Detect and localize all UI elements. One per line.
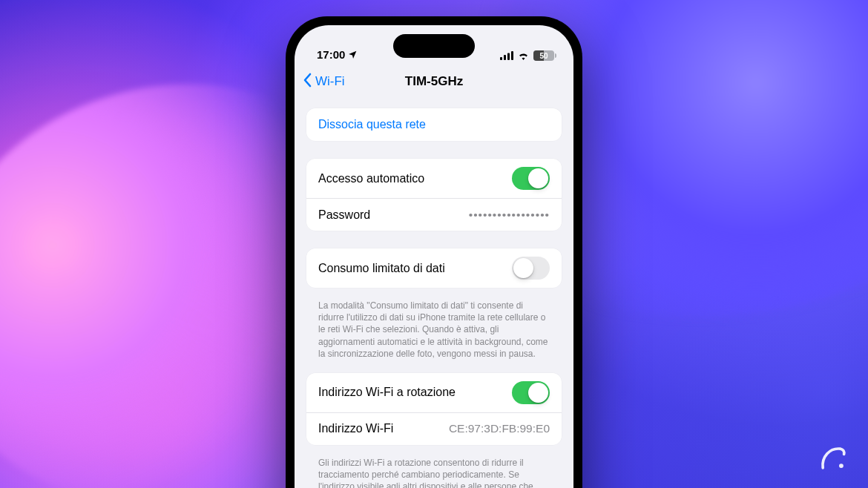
low-data-footer: La modalità "Consumo limitato di dati" t… (306, 295, 562, 373)
battery-icon: 50 (533, 50, 554, 61)
status-time: 17:00 (317, 48, 345, 61)
back-button[interactable]: Wi-Fi (303, 73, 345, 91)
page-title: TIM-5GHz (405, 74, 463, 89)
settings-content[interactable]: Dissocia questa rete Accesso automatico … (295, 98, 573, 488)
svg-rect-1 (504, 55, 506, 60)
private-mac-footer: Gli indirizzi Wi-Fi a rotazione consento… (306, 452, 562, 488)
group-auto-join: Accesso automatico Password ••••••••••••… (306, 159, 562, 231)
low-data-toggle[interactable] (512, 257, 550, 280)
private-mac-toggle[interactable] (512, 381, 550, 404)
phone-frame: 17:00 (286, 16, 582, 488)
phone-screen: 17:00 (295, 25, 573, 488)
battery-percent: 50 (539, 52, 548, 60)
auto-join-row: Accesso automatico (306, 159, 562, 198)
svg-rect-2 (507, 53, 510, 61)
cellular-signal-icon (500, 51, 513, 60)
svg-rect-3 (511, 51, 513, 60)
group-low-data: Consumo limitato di dati (306, 248, 562, 288)
svg-point-4 (839, 464, 844, 468)
dynamic-island (393, 34, 475, 58)
auto-join-toggle[interactable] (512, 167, 550, 190)
location-icon (348, 50, 358, 59)
password-row[interactable]: Password ••••••••••••••••• (306, 198, 562, 231)
low-data-label: Consumo limitato di dati (318, 262, 445, 275)
group-forget-network: Dissocia questa rete (306, 108, 562, 141)
nav-bar: Wi-Fi TIM-5GHz (295, 65, 573, 98)
forget-network-label: Dissocia questa rete (318, 118, 426, 131)
password-value: ••••••••••••••••• (469, 208, 550, 222)
auto-join-label: Accesso automatico (318, 172, 424, 185)
watermark-logo-icon (816, 442, 849, 475)
wifi-address-row[interactable]: Indirizzo Wi-Fi CE:97:3D:FB:99:E0 (306, 412, 562, 445)
private-mac-label: Indirizzo Wi-Fi a rotazione (318, 386, 456, 399)
svg-rect-0 (500, 57, 502, 60)
wifi-address-label: Indirizzo Wi-Fi (318, 422, 393, 435)
chevron-left-icon (303, 73, 312, 91)
forget-network-button[interactable]: Dissocia questa rete (306, 108, 562, 141)
private-mac-row: Indirizzo Wi-Fi a rotazione (306, 373, 562, 412)
back-label: Wi-Fi (315, 74, 345, 89)
password-label: Password (318, 208, 370, 222)
wifi-icon (517, 51, 530, 60)
group-private-mac: Indirizzo Wi-Fi a rotazione Indirizzo Wi… (306, 373, 562, 445)
low-data-row: Consumo limitato di dati (306, 248, 562, 288)
wifi-address-value: CE:97:3D:FB:99:E0 (449, 422, 550, 435)
